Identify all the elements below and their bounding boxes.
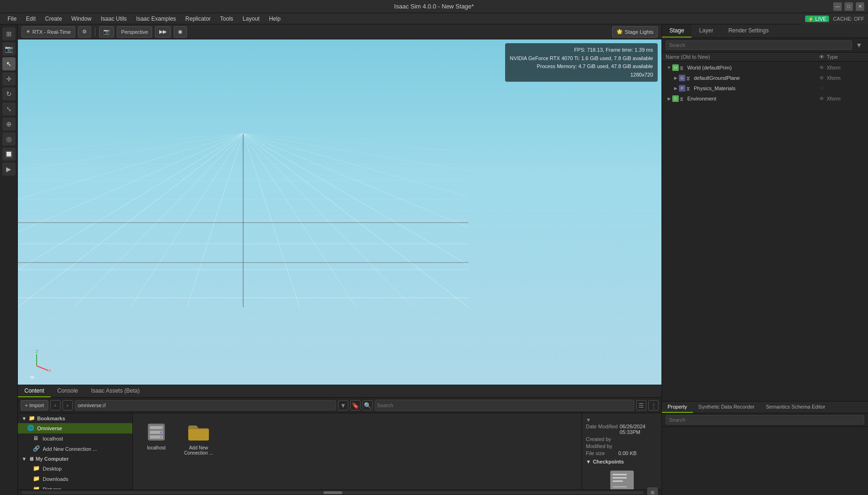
sidebar-localhost[interactable]: 🖥 localhost	[18, 433, 132, 444]
physics-eye[interactable]: 👁	[816, 85, 827, 91]
bookmark-button[interactable]: 🔖	[350, 400, 361, 410]
sidebar-desktop[interactable]: 📁 Desktop	[18, 464, 132, 474]
tool-focus[interactable]: ◎	[2, 132, 15, 146]
property-tab-synthetic-data-recorder[interactable]: Synthetic Data Recorder	[693, 402, 760, 413]
file-add-connection[interactable]: Add New Connection ...	[180, 418, 217, 458]
nav-arrows-button[interactable]: ▶▶	[155, 26, 171, 38]
minimize-button[interactable]: —	[833, 2, 842, 11]
stage-tab-layer[interactable]: Layer	[691, 24, 721, 38]
svg-point-37	[160, 432, 162, 433]
sidebar-pictures[interactable]: 📁 Pictures	[18, 484, 132, 489]
viewport-options-button[interactable]: ⚙	[78, 26, 91, 38]
my-computer-header[interactable]: ▼ 🖥 My Computer	[18, 454, 132, 464]
expand-world[interactable]: ▼	[666, 64, 672, 71]
render-mode-button[interactable]: ◉	[174, 26, 187, 38]
stage-lights-button[interactable]: 🌟 Stage Lights	[612, 26, 658, 38]
my-computer-label: My Computer	[36, 456, 69, 462]
tree-row-groundplane[interactable]: ▶ G ⧖ defaultGroundPlane 👁 Xform	[662, 73, 868, 83]
filter-button[interactable]: ▼	[338, 400, 348, 410]
bottom-tab-console[interactable]: Console	[51, 385, 84, 397]
left-toolbar: ⊞ 📷 ↖ ✛ ↻ ⤡ ⊕ ◎ 🔲 ▶	[0, 24, 18, 495]
groundplane-eye[interactable]: 👁	[816, 75, 827, 81]
menu-item-layout[interactable]: Layout	[239, 15, 263, 23]
file-localhost[interactable]: localhost	[138, 418, 175, 458]
expand-groundplane[interactable]: ▶	[672, 75, 679, 81]
perspective-button[interactable]: Perspective	[117, 26, 152, 38]
path-input[interactable]	[75, 400, 336, 410]
menu-item-isaac-utils[interactable]: Isaac Utils	[97, 15, 131, 23]
world-eye[interactable]: 👁	[816, 65, 827, 70]
tree-row-physics[interactable]: ▶ P ⧖ Physics_Materials 👁	[662, 83, 868, 93]
grid-overlay	[18, 39, 661, 385]
menu-item-window[interactable]: Window	[68, 15, 95, 23]
omniverse-icon: 🌐	[27, 425, 35, 432]
property-tab-semantics-schema-editor[interactable]: Semantics Schema Editor	[760, 402, 831, 413]
tool-scale[interactable]: ⤡	[2, 102, 15, 116]
tool-rotate[interactable]: ↻	[2, 87, 15, 101]
nav-back-button[interactable]: ‹	[50, 400, 61, 410]
window-controls: — □ ✕	[833, 2, 864, 11]
sidebar-add-connection[interactable]: 🔗 Add New Connection ...	[18, 444, 132, 454]
content-filter-icon[interactable]: ☰	[636, 400, 646, 410]
menu-item-edit[interactable]: Edit	[22, 15, 39, 23]
groundplane-label: defaultGroundPlane	[694, 75, 816, 81]
my-computer-expand-icon: ▼	[22, 456, 27, 462]
content-options-icon[interactable]: ⋮	[648, 400, 659, 410]
stage-filter-button[interactable]: ▼	[854, 40, 864, 50]
close-button[interactable]: ✕	[856, 2, 864, 11]
viewport[interactable]: FPS: 718.13, Frame time: 1.39 ms NVIDIA …	[18, 39, 661, 385]
checkpoints-section[interactable]: ▼ Checkpoints	[586, 459, 658, 464]
stage-tab-stage[interactable]: Stage	[662, 24, 691, 38]
sidebar-downloads[interactable]: 📁 Downloads	[18, 474, 132, 484]
svg-line-16	[18, 133, 243, 232]
bottom-tab-content[interactable]: Content	[18, 385, 51, 397]
omniverse-label: Omniverse	[37, 425, 62, 431]
maximize-button[interactable]: □	[845, 2, 853, 11]
menu-item-replicator[interactable]: Replicator	[182, 15, 215, 23]
grid-view-button[interactable]: ⊞	[647, 487, 658, 495]
tool-move[interactable]: ✛	[2, 72, 15, 85]
tool-camera[interactable]: 📷	[2, 42, 15, 55]
bookmarks-header[interactable]: ▼ 📁 Bookmarks	[18, 413, 132, 423]
menu-item-isaac-examples[interactable]: Isaac Examples	[132, 15, 180, 23]
property-tab-property[interactable]: Property	[662, 402, 693, 413]
expand-environment[interactable]: ▶	[666, 95, 672, 102]
world-label: World (defaultPrim)	[687, 65, 816, 70]
sun-icon: 🌟	[616, 29, 623, 35]
tool-universal[interactable]: ⊕	[2, 117, 15, 131]
svg-rect-44	[613, 486, 627, 487]
stage-tab-render-settings[interactable]: Render Settings	[721, 24, 776, 38]
my-computer-folder-icon: 🖥	[29, 456, 34, 462]
rtx-realtime-button[interactable]: ☀ RTX - Real-Time	[22, 26, 75, 38]
camera-button[interactable]: 📷	[99, 26, 114, 38]
sidebar-omniverse[interactable]: 🌐 Omniverse	[18, 423, 132, 433]
stage-search-input[interactable]	[666, 40, 852, 50]
menu-item-create[interactable]: Create	[41, 15, 66, 23]
groundplane-type: Xform	[827, 75, 864, 81]
checkpoints-expand-icon: ▼	[586, 459, 591, 464]
add-connection-icon: 🔗	[33, 445, 40, 453]
nav-forward-button[interactable]: ›	[62, 400, 73, 410]
tree-row-world[interactable]: ▼ W ⧖ World (defaultPrim) 👁 Xform	[662, 62, 868, 73]
modified-by-row: Modified by	[586, 443, 658, 449]
menu-item-help[interactable]: Help	[265, 15, 284, 23]
tool-play[interactable]: ▶	[2, 162, 15, 176]
expand-physics[interactable]: ▶	[672, 85, 679, 92]
bookmarks-label: Bookmarks	[37, 416, 65, 421]
tree-row-environment[interactable]: ▶ E ⧖ Environment 👁 Xform	[662, 93, 868, 104]
property-search-input[interactable]	[666, 415, 864, 425]
environment-eye[interactable]: 👁	[816, 96, 827, 101]
environment-type: Xform	[827, 96, 864, 101]
bottom-tab-isaac-assets-(beta)[interactable]: Isaac Assets (Beta)	[84, 385, 146, 397]
menu-item-file[interactable]: File	[4, 15, 20, 23]
live-badge[interactable]: LIVE	[805, 15, 830, 22]
menu-item-tools[interactable]: Tools	[216, 15, 237, 23]
tool-snap[interactable]: 🔲	[2, 147, 15, 161]
search-input[interactable]	[377, 400, 632, 410]
tool-select[interactable]: ↖	[2, 57, 15, 70]
import-button[interactable]: + Import	[21, 400, 48, 410]
tool-arrange[interactable]: ⊞	[2, 27, 15, 40]
created-by-key: Created by	[586, 436, 616, 442]
search-icon[interactable]: 🔍	[362, 400, 373, 410]
horizontal-scrollbar[interactable]	[22, 491, 644, 494]
